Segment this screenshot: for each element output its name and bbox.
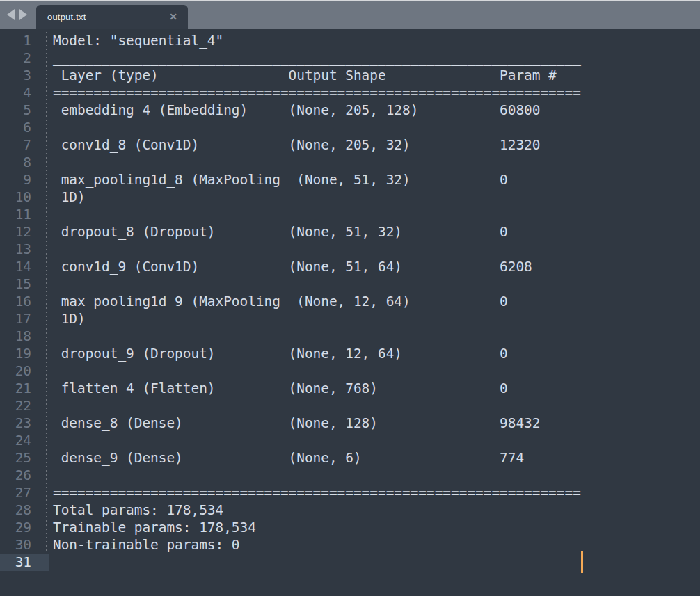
code-line[interactable]: 1D) — [53, 310, 581, 328]
code-line[interactable]: Model: "sequential_4" — [53, 32, 581, 49]
line-number: 15 — [0, 275, 49, 293]
code-line[interactable]: dropout_8 (Dropout) (None, 51, 32) 0 — [53, 223, 581, 241]
code-line[interactable] — [53, 362, 581, 380]
tab-nav-arrows — [7, 9, 27, 20]
code-line[interactable]: dense_8 (Dense) (None, 128) 98432 — [53, 414, 581, 432]
line-number: 24 — [0, 432, 49, 449]
code-line[interactable] — [53, 467, 581, 484]
window-top-edge — [0, 0, 700, 1]
line-number: 30 — [0, 536, 49, 554]
text-cursor — [581, 551, 583, 573]
line-number: 18 — [0, 328, 49, 345]
tab-output-txt[interactable]: output.txt ✕ — [36, 5, 188, 29]
code-line[interactable]: max_pooling1d_8 (MaxPooling (None, 51, 3… — [53, 171, 581, 188]
code-content[interactable]: Model: "sequential_4"___________________… — [53, 32, 581, 571]
line-number-gutter: 1234567891011121314151617181920212223242… — [0, 32, 49, 571]
line-number: 17 — [0, 310, 49, 328]
line-number: 26 — [0, 467, 49, 484]
line-number: 5 — [0, 102, 49, 119]
line-number: 1 — [0, 32, 49, 49]
line-number: 10 — [0, 188, 49, 206]
code-line[interactable]: ________________________________________… — [53, 554, 581, 571]
line-number: 14 — [0, 258, 49, 275]
line-number: 23 — [0, 414, 49, 432]
code-line[interactable] — [53, 328, 581, 345]
line-number: 25 — [0, 449, 49, 467]
code-line[interactable] — [53, 275, 581, 293]
line-number: 12 — [0, 223, 49, 241]
code-line[interactable]: dropout_9 (Dropout) (None, 12, 64) 0 — [53, 345, 581, 362]
code-line[interactable]: ========================================… — [53, 484, 581, 501]
line-number: 9 — [0, 171, 49, 188]
code-line[interactable] — [53, 397, 581, 414]
line-number: 3 — [0, 67, 49, 84]
line-number: 6 — [0, 119, 49, 136]
line-number: 7 — [0, 136, 49, 154]
code-line[interactable]: conv1d_9 (Conv1D) (None, 51, 64) 6208 — [53, 258, 581, 275]
code-line[interactable]: Non-trainable params: 0 — [53, 536, 581, 554]
code-line[interactable]: embedding_4 (Embedding) (None, 205, 128)… — [53, 102, 581, 119]
line-number: 19 — [0, 345, 49, 362]
code-line[interactable]: 1D) — [53, 188, 581, 206]
line-number: 29 — [0, 519, 49, 536]
code-line[interactable]: Total params: 178,534 — [53, 501, 581, 519]
line-number: 8 — [0, 154, 49, 171]
code-line[interactable] — [53, 241, 581, 258]
tab-title: output.txt — [47, 12, 86, 22]
code-line[interactable] — [53, 154, 581, 171]
line-number: 11 — [0, 206, 49, 223]
line-number: 20 — [0, 362, 49, 380]
next-tab-arrow-icon[interactable] — [19, 9, 27, 20]
tab-bar: output.txt ✕ — [0, 0, 700, 29]
line-number: 28 — [0, 501, 49, 519]
line-number: 21 — [0, 380, 49, 397]
line-number: 22 — [0, 397, 49, 414]
prev-tab-arrow-icon[interactable] — [7, 9, 15, 20]
code-line[interactable]: conv1d_8 (Conv1D) (None, 205, 32) 12320 — [53, 136, 581, 154]
close-tab-icon[interactable]: ✕ — [169, 12, 177, 22]
code-line[interactable]: max_pooling1d_9 (MaxPooling (None, 12, 6… — [53, 293, 581, 310]
code-line[interactable]: Layer (type) Output Shape Param # — [53, 67, 581, 84]
code-line[interactable]: ========================================… — [53, 84, 581, 102]
text-editor-area[interactable]: 1234567891011121314151617181920212223242… — [0, 29, 700, 596]
line-number: 27 — [0, 484, 49, 501]
line-number: 4 — [0, 84, 49, 102]
code-line[interactable]: flatten_4 (Flatten) (None, 768) 0 — [53, 380, 581, 397]
code-line[interactable] — [53, 119, 581, 136]
code-line[interactable]: dense_9 (Dense) (None, 6) 774 — [53, 449, 581, 467]
code-line[interactable]: ________________________________________… — [53, 49, 581, 67]
code-line[interactable] — [53, 432, 581, 449]
line-number: 31 — [0, 554, 49, 571]
code-line[interactable]: Trainable params: 178,534 — [53, 519, 581, 536]
editor-window: output.txt ✕ 123456789101112131415161718… — [0, 0, 700, 596]
line-number: 2 — [0, 49, 49, 67]
line-number: 13 — [0, 241, 49, 258]
code-line[interactable] — [53, 206, 581, 223]
line-number: 16 — [0, 293, 49, 310]
